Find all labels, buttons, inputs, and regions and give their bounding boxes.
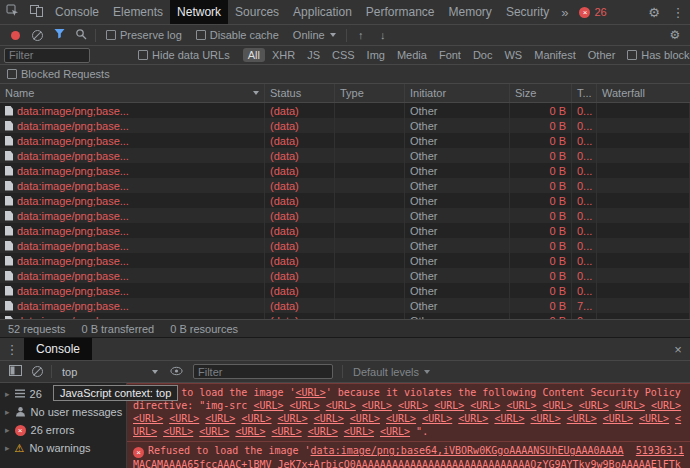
table-row[interactable]: data:image/png;base...(data)Other0 B0... — [0, 238, 690, 253]
live-expression-button[interactable] — [165, 361, 187, 382]
console-error-link[interactable]: <URL> — [290, 400, 320, 411]
table-row[interactable]: data:image/png;base...(data)Other0 B0... — [0, 118, 690, 133]
table-row[interactable]: data:image/png;base...(data)Other0 B0... — [0, 193, 690, 208]
console-error-link[interactable]: <URL> — [470, 400, 500, 411]
blocked-requests-checkbox[interactable] — [7, 69, 17, 79]
console-sidebar-toggle-button[interactable] — [4, 361, 26, 382]
column-header-size[interactable]: Size — [510, 84, 572, 102]
network-search-button[interactable] — [70, 25, 92, 45]
console-error-link[interactable]: <URL> — [278, 413, 308, 424]
column-header-waterfall[interactable]: Waterfall — [597, 84, 690, 102]
console-error-link[interactable]: <URL> — [579, 400, 609, 411]
disable-cache-checkbox[interactable] — [196, 30, 206, 40]
console-error-link[interactable]: <URL> — [615, 400, 645, 411]
filter-pill-all[interactable]: All — [243, 48, 265, 62]
console-error-link[interactable]: <URL> — [133, 413, 163, 424]
main-menu-button[interactable]: ⋮ — [666, 0, 690, 24]
table-row[interactable]: data:image/png;base...(data)Other0 B0... — [0, 253, 690, 268]
console-error-link[interactable]: <URL> — [326, 400, 356, 411]
source-location-link[interactable]: 519363:1 — [636, 444, 684, 457]
error-count-badge[interactable]: × 26 — [573, 0, 612, 24]
log-levels-dropdown[interactable]: Default levels — [353, 366, 430, 378]
sidebar-item-warnings[interactable]: ▸ ⚠ No warnings — [0, 439, 126, 457]
filter-pill-doc[interactable]: Doc — [468, 48, 498, 62]
clear-network-log-button[interactable] — [26, 25, 48, 45]
tab-console-drawer[interactable]: Console — [24, 338, 92, 360]
console-error-link[interactable]: <URL> — [603, 413, 633, 424]
tab-sources[interactable]: Sources — [228, 0, 286, 24]
table-row[interactable]: data:image/png;base...(data)Other0 B0... — [0, 268, 690, 283]
hide-data-urls-checkbox[interactable] — [138, 50, 148, 60]
table-row[interactable]: data:image/png;base...(data)Other0 B0... — [0, 208, 690, 223]
table-row[interactable]: data:image/png;base...(data)Other0 B0... — [0, 148, 690, 163]
filter-pill-font[interactable]: Font — [434, 48, 466, 62]
export-har-button[interactable]: ↓ — [372, 25, 394, 45]
console-error-link[interactable]: <URL> — [169, 413, 199, 424]
console-error-link[interactable]: <URL> — [163, 426, 193, 437]
preserve-log-checkbox[interactable] — [106, 30, 116, 40]
column-header-time[interactable]: T... — [572, 84, 597, 102]
console-error-link[interactable]: <URL> — [651, 400, 681, 411]
console-error-link[interactable]: <URL> — [398, 400, 428, 411]
console-error-link[interactable]: <URL> — [241, 413, 271, 424]
network-filter-toggle-button[interactable] — [48, 25, 70, 45]
filter-pill-js[interactable]: JS — [302, 48, 325, 62]
record-network-log-button[interactable] — [4, 25, 26, 45]
console-error-link[interactable]: <URL> — [380, 426, 410, 437]
console-error-link[interactable]: <URL> — [235, 426, 265, 437]
network-filter-input[interactable] — [4, 48, 90, 63]
column-header-type[interactable]: Type — [335, 84, 405, 102]
console-error-link[interactable]: <URL> — [350, 413, 380, 424]
console-error-link[interactable]: <URL> — [205, 413, 235, 424]
table-row[interactable]: data:image/png;base...(data)Other0 B0... — [0, 163, 690, 178]
console-error-link[interactable]: <URL> — [567, 413, 597, 424]
tab-memory[interactable]: Memory — [442, 0, 499, 24]
tab-application[interactable]: Application — [286, 0, 359, 24]
console-error-link[interactable]: <URL> — [272, 426, 302, 437]
column-header-name[interactable]: Name — [0, 84, 265, 102]
clear-console-button[interactable] — [26, 361, 48, 382]
console-error-link[interactable]: <URL> — [314, 413, 344, 424]
console-error-link[interactable]: <URL> — [362, 400, 392, 411]
devtools-settings-button[interactable]: ⚙ — [642, 0, 666, 24]
console-error-link[interactable]: <URL> — [308, 426, 338, 437]
console-error-link[interactable]: <URL> — [296, 387, 326, 398]
console-error-link[interactable]: <URL> — [422, 413, 452, 424]
filter-pill-manifest[interactable]: Manifest — [529, 48, 581, 62]
filter-pill-img[interactable]: Img — [362, 48, 390, 62]
filter-pill-css[interactable]: CSS — [327, 48, 360, 62]
sidebar-item-user-messages[interactable]: ▸ No user messages — [0, 403, 126, 421]
console-error-link[interactable]: <URL> — [639, 413, 669, 424]
console-error-link[interactable]: <URL> — [531, 413, 561, 424]
column-header-status[interactable]: Status — [265, 84, 335, 102]
tab-elements[interactable]: Elements — [106, 0, 170, 24]
more-tabs-button[interactable]: » — [556, 0, 573, 24]
has-blocked-cookies-checkbox[interactable] — [627, 50, 637, 60]
data-url-link[interactable]: data:image/png;base64,iVBORw0KGgoAAAANSU… — [133, 445, 681, 468]
throttling-dropdown[interactable]: Online — [293, 29, 336, 41]
console-error-link[interactable]: <URL> — [434, 400, 464, 411]
filter-pill-ws[interactable]: WS — [499, 48, 527, 62]
console-error-link[interactable]: <URL> — [506, 400, 536, 411]
table-row[interactable]: data:image/png;base...(data)Other0 B7... — [0, 298, 690, 313]
import-har-button[interactable]: ↑ — [350, 25, 372, 45]
tab-security[interactable]: Security — [499, 0, 556, 24]
console-error-link[interactable]: <URL> — [458, 413, 488, 424]
table-row[interactable]: data:image/png;base...(data)Other0 B0... — [0, 178, 690, 193]
tab-performance[interactable]: Performance — [359, 0, 442, 24]
console-error-link[interactable]: <URL> — [253, 400, 283, 411]
filter-pill-xhr[interactable]: XHR — [267, 48, 300, 62]
inspect-element-button[interactable] — [0, 0, 24, 24]
table-row[interactable]: data:image/png;base...(data)Other0 B0... — [0, 283, 690, 298]
console-error-link[interactable]: <URL> — [543, 400, 573, 411]
console-error-link[interactable]: <URL> — [494, 413, 524, 424]
console-error-link[interactable]: <URL> — [344, 426, 374, 437]
console-error-link[interactable]: <URL> — [199, 426, 229, 437]
filter-pill-media[interactable]: Media — [392, 48, 432, 62]
drawer-close-button[interactable]: × — [666, 338, 690, 360]
tab-console[interactable]: Console — [48, 0, 106, 24]
javascript-context-selector[interactable]: top — [62, 366, 158, 378]
table-row[interactable]: data:image/png;base...(data)Other0 B0... — [0, 103, 690, 118]
device-toolbar-button[interactable] — [24, 0, 48, 24]
sidebar-item-errors[interactable]: ▸ × 26 errors — [0, 421, 126, 439]
